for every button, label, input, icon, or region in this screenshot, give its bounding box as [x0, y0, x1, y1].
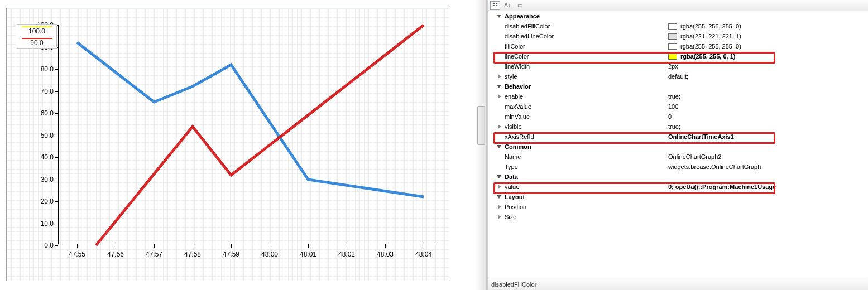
category-label: Behavior [503, 83, 668, 90]
alpha-sort-button[interactable]: A↓ [502, 1, 512, 10]
prop-value: rgba(255, 255, 255, 0) [680, 23, 741, 30]
category-layout[interactable]: Layout [488, 192, 868, 202]
prop-value: OnlineChartGraph2 [668, 153, 721, 160]
y-label: 20.0 [41, 197, 54, 205]
prop-size[interactable]: Size [488, 212, 868, 222]
prop-key: xAxisRefId [503, 133, 668, 140]
prop-value: rgba(221, 221, 221, 1) [680, 33, 741, 40]
chart-legend: 100.0 90.0 [17, 24, 57, 49]
prop-value-text: 0; opcUa()::Program:Machine1Usage [668, 183, 776, 190]
category-appearance[interactable]: Appearance [488, 11, 868, 21]
y-label: 10.0 [41, 220, 54, 228]
expand-icon [498, 185, 501, 189]
prop-maxvalue[interactable]: maxValue 100 [488, 102, 868, 112]
prop-key: disabledFillColor [503, 23, 668, 30]
prop-name[interactable]: Name OnlineChartGraph2 [488, 152, 868, 162]
prop-value: rgba(255, 255, 255, 0) [680, 43, 741, 50]
y-tick [55, 245, 58, 246]
color-swatch-icon [668, 44, 677, 50]
vertical-scrollbar[interactable] [476, 0, 487, 290]
prop-value: default; [668, 73, 688, 80]
x-label: 47:56 [107, 250, 124, 258]
legend-value: 100.0 [28, 27, 45, 35]
x-label: 48:02 [338, 250, 355, 258]
color-swatch-icon [668, 54, 677, 60]
expand-icon [498, 74, 501, 79]
prop-key: minValue [503, 113, 668, 120]
prop-style[interactable]: style default; [488, 71, 868, 81]
pages-view-button[interactable]: ▭ [515, 1, 525, 10]
category-data[interactable]: Data [488, 172, 868, 182]
x-label: 48:01 [300, 250, 316, 258]
prop-visible[interactable]: visible true; [488, 122, 868, 132]
collapse-icon [497, 145, 501, 148]
prop-minvalue[interactable]: minValue 0 [488, 112, 868, 122]
prop-key: Name [503, 153, 668, 160]
y-label: 60.0 [41, 109, 54, 117]
prop-value: widgets.brease.OnlineChartGraph [668, 163, 761, 170]
property-toolbar: ☷ A↓ ▭ [488, 0, 868, 11]
x-label: 47:58 [184, 250, 201, 258]
property-panel: ☷ A↓ ▭ Appearance disabledFillColor rgba… [487, 0, 868, 290]
collapse-icon [497, 175, 501, 178]
collapse-icon [497, 14, 501, 18]
y-label: 50.0 [41, 132, 54, 139]
x-label: 47:55 [69, 250, 85, 258]
prop-key: fillColor [503, 43, 668, 50]
category-label: Appearance [503, 13, 668, 20]
categorized-view-button[interactable]: ☷ [490, 1, 500, 10]
prop-key: style [503, 73, 668, 80]
prop-value[interactable]: value 0; opcUa()::Program:Machine1Usage [488, 182, 868, 192]
collapse-icon [497, 195, 501, 199]
scroll-thumb[interactable] [477, 106, 485, 145]
color-swatch-icon [668, 33, 677, 40]
prop-type[interactable]: Type widgets.brease.OnlineChartGraph [488, 162, 868, 172]
prop-key: Size [503, 214, 668, 220]
prop-fillcolor[interactable]: fillColor rgba(255, 255, 255, 0) [488, 41, 868, 51]
prop-key: maxValue [503, 103, 668, 110]
prop-key: lineWidth [503, 63, 668, 70]
prop-xaxisrefid[interactable]: xAxisRefId OnlineChartTimeAxis1 [488, 132, 868, 142]
prop-key: value [503, 183, 668, 190]
x-label: 48:00 [261, 250, 278, 258]
prop-key: Type [503, 163, 668, 170]
prop-key: enable [503, 93, 668, 100]
y-label: 80.0 [41, 65, 54, 73]
prop-enable[interactable]: enable true; [488, 91, 868, 102]
x-label: 47:57 [146, 250, 162, 258]
category-label: Common [503, 143, 668, 150]
prop-value: 0 [668, 113, 672, 120]
prop-key: visible [503, 123, 668, 130]
expand-icon [498, 124, 501, 129]
prop-value: 2px [668, 63, 678, 70]
expand-icon [498, 205, 501, 209]
x-label: 47:59 [223, 250, 239, 258]
status-text: disabledFillColor [491, 281, 536, 288]
prop-value: rgba(255, 255, 0, 1) [680, 53, 735, 60]
prop-disabledfillcolor[interactable]: disabledFillColor rgba(255, 255, 255, 0) [488, 21, 868, 31]
collapse-icon [497, 85, 501, 88]
prop-linecolor[interactable]: lineColor rgba(255, 255, 0, 1) [488, 51, 868, 61]
category-common[interactable]: Common [488, 142, 868, 152]
expand-icon [498, 94, 501, 99]
x-label: 48:03 [377, 250, 394, 258]
y-label: 30.0 [41, 176, 54, 183]
y-label: 0.0 [44, 241, 54, 249]
prop-value: true; [668, 93, 680, 100]
prop-key: Position [503, 204, 668, 210]
expand-icon [498, 215, 501, 219]
prop-disabledlinecolor[interactable]: disabledLineColor rgba(221, 221, 221, 1) [488, 31, 868, 41]
legend-entry-red: 90.0 [17, 36, 56, 48]
prop-key: disabledLineColor [503, 33, 668, 40]
prop-position[interactable]: Position [488, 202, 868, 212]
legend-entry-yellow: 100.0 [17, 25, 56, 36]
series-red [96, 25, 424, 245]
prop-value: true; [668, 123, 680, 130]
category-behavior[interactable]: Behavior [488, 81, 868, 91]
property-description-bar: disabledFillColor [488, 278, 868, 290]
chart-designer-canvas[interactable]: 100.0 90.0 0.0 10.0 20.0 30.0 40.0 50.0 … [6, 8, 450, 281]
prop-linewidth[interactable]: lineWidth 2px [488, 61, 868, 71]
category-label: Data [503, 173, 668, 180]
prop-value: 100 [668, 103, 678, 110]
property-grid[interactable]: Appearance disabledFillColor rgba(255, 2… [488, 11, 868, 278]
